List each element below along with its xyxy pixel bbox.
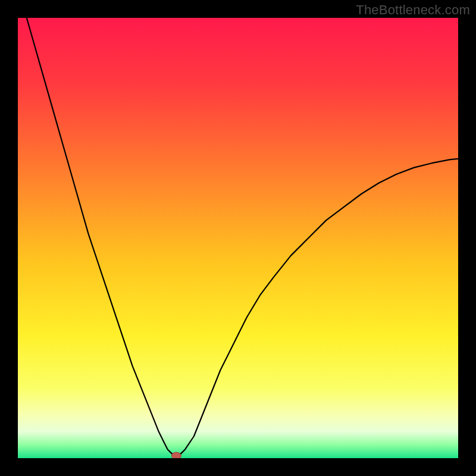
plot-area: [18, 18, 458, 458]
watermark-text: TheBottleneck.com: [356, 2, 470, 18]
chart-frame: TheBottleneck.com: [0, 0, 476, 476]
bottleneck-chart: [18, 18, 458, 458]
optimum-marker: [171, 452, 181, 458]
gradient-background: [18, 18, 458, 458]
